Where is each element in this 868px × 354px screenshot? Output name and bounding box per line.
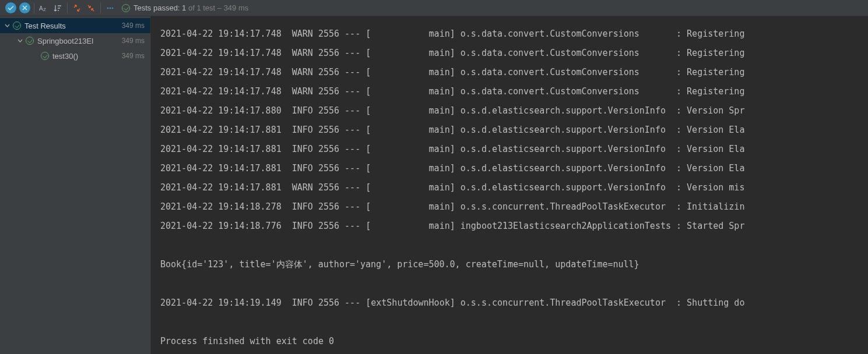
show-passed-toggle-icon[interactable] [3, 1, 17, 15]
svg-point-2 [107, 7, 109, 9]
tree-duration: 349 ms [122, 22, 145, 30]
sort-duration-icon[interactable] [51, 1, 65, 15]
svg-text:Z: Z [43, 7, 46, 12]
tests-status-total: of 1 test – 349 ms [186, 3, 248, 12]
expand-all-icon[interactable] [70, 1, 84, 15]
svg-text:A: A [39, 5, 43, 12]
check-icon [41, 52, 49, 60]
tests-status-passed: Tests passed: 1 [133, 3, 186, 12]
sort-alpha-icon[interactable]: A Z [37, 1, 51, 15]
collapse-all-icon[interactable] [84, 1, 98, 15]
tree-label: Springboot213El [37, 37, 122, 45]
tree-label: Test Results [24, 22, 122, 30]
tree-test-test30[interactable]: test30() 349 ms [0, 48, 150, 63]
check-icon [26, 37, 34, 45]
separator [67, 3, 68, 13]
tree-label: test30() [52, 52, 122, 61]
tree-suite-springboot[interactable]: Springboot213El 349 ms [0, 33, 150, 48]
tree-duration: 349 ms [122, 37, 145, 45]
svg-point-4 [112, 7, 114, 9]
show-ignored-toggle-icon[interactable] [17, 1, 31, 15]
tree-root-test-results[interactable]: Test Results 349 ms [0, 18, 150, 33]
console-output[interactable]: 2021-04-22 19:14:17.748 WARN 2556 --- [ … [151, 16, 868, 354]
console-text: 2021-04-22 19:14:17.748 WARN 2556 --- [ … [160, 24, 868, 351]
chevron-down-icon [5, 22, 10, 30]
separator [34, 3, 34, 13]
main-panel: Test Results 349 ms Springboot213El 349 … [0, 16, 868, 354]
more-options-icon[interactable] [103, 1, 117, 15]
tests-status: Tests passed: 1 of 1 test – 349 ms [122, 3, 248, 12]
tree-duration: 349 ms [122, 52, 145, 60]
chevron-down-icon [17, 37, 23, 45]
check-icon [13, 22, 21, 30]
test-toolbar: A Z Tests passed: 1 of 1 test [0, 0, 868, 16]
svg-point-3 [110, 7, 111, 9]
test-tree[interactable]: Test Results 349 ms Springboot213El 349 … [0, 16, 151, 354]
separator [100, 3, 101, 13]
check-icon [122, 4, 130, 12]
